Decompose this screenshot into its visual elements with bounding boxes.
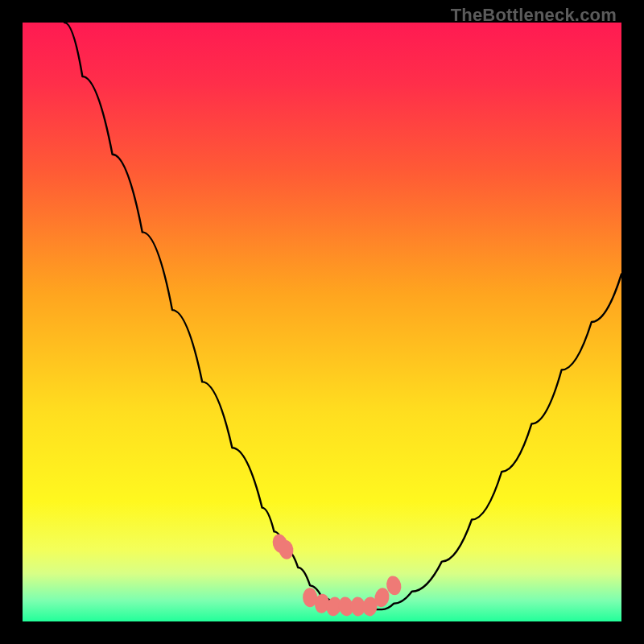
watermark-text: TheBottleneck.com bbox=[451, 5, 617, 26]
bottleneck-curve bbox=[64, 23, 621, 609]
chart-svg bbox=[23, 23, 621, 621]
optimum-markers-group bbox=[270, 532, 402, 617]
plot-area bbox=[23, 23, 621, 621]
chart-frame: TheBottleneck.com bbox=[0, 0, 644, 644]
